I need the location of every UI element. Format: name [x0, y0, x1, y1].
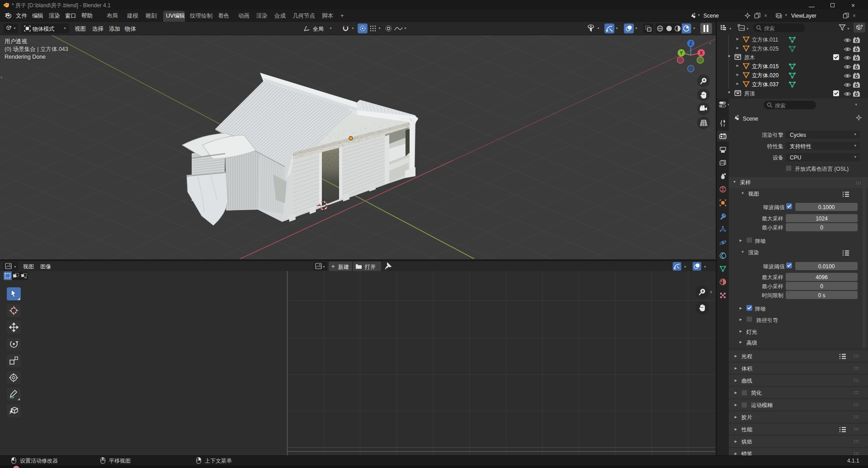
svg-text:Y: Y — [680, 51, 683, 56]
svg-text:Z: Z — [689, 41, 692, 46]
svg-text:X: X — [700, 51, 703, 56]
